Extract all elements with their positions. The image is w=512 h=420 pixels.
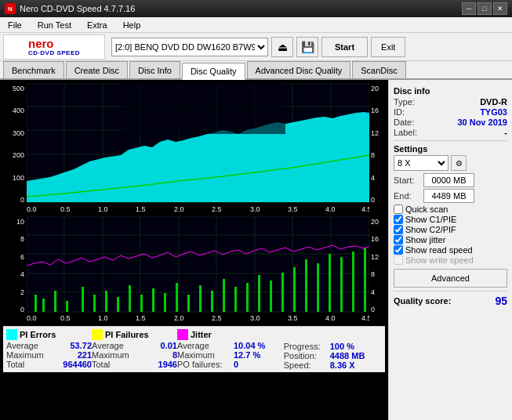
menu-file[interactable]: File — [3, 20, 27, 31]
menu-help[interactable]: Help — [118, 20, 146, 31]
svg-rect-72 — [340, 257, 343, 312]
svg-text:1.5: 1.5 — [136, 205, 146, 213]
menu-extra[interactable]: Extra — [82, 20, 112, 31]
maximize-button[interactable]: □ — [478, 2, 492, 15]
svg-text:4.0: 4.0 — [325, 314, 336, 322]
side-panel: Disc info Type: DVD-R ID: TYG03 Date: 30… — [388, 80, 512, 420]
top-y-right: 20 16 12 8 4 0 — [369, 83, 385, 215]
svg-text:3.0: 3.0 — [250, 205, 260, 213]
top-chart-container: 500 400 300 200 100 0 — [3, 83, 385, 215]
speed-row: 8 X ⚙ — [394, 155, 507, 171]
end-input[interactable] — [423, 189, 474, 203]
divider-2 — [394, 291, 507, 291]
bottom-y-left: 10 8 6 4 2 0 — [3, 216, 27, 324]
advanced-button[interactable]: Advanced — [394, 269, 507, 288]
quick-scan-row: Quick scan — [394, 205, 507, 214]
start-button[interactable]: Start — [321, 37, 368, 57]
svg-rect-69 — [305, 259, 307, 312]
svg-text:2.0: 2.0 — [174, 314, 184, 322]
menu-run-test[interactable]: Run Test — [33, 20, 76, 31]
settings-icon-btn[interactable]: ⚙ — [451, 155, 467, 171]
tab-scandisc[interactable]: ScanDisc — [352, 61, 405, 78]
svg-text:3.0: 3.0 — [250, 314, 260, 322]
charts-area: 500 400 300 200 100 0 — [0, 80, 388, 420]
svg-rect-49 — [66, 301, 68, 312]
jitter-max: 12.7 % — [234, 350, 260, 360]
svg-rect-53 — [117, 297, 119, 312]
speed-select[interactable]: 8 X — [394, 155, 448, 171]
top-chart-svg: 0.0 0.5 1.0 1.5 2.0 2.5 3.0 3.5 4.0 4.5 — [27, 83, 369, 215]
disc-date-row: Date: 30 Nov 2019 — [394, 118, 507, 127]
show-jitter-checkbox[interactable] — [394, 235, 403, 244]
tab-disc-info[interactable]: Disc Info — [129, 61, 180, 78]
progress-values: Progress:100 % Position:4488 MB Speed:8.… — [284, 342, 382, 370]
minimize-button[interactable]: ─ — [462, 2, 476, 15]
logo: nero CD·DVD SPEED — [3, 34, 105, 60]
pi-errors-label: PI Errors — [20, 330, 56, 339]
disc-date-label: Date: — [394, 118, 414, 127]
progress-stat: Progress:100 % Position:4488 MB Speed:8.… — [284, 329, 382, 370]
tab-create-disc[interactable]: Create Disc — [66, 61, 128, 78]
svg-rect-68 — [293, 267, 296, 312]
pi-errors-total: 964460 — [53, 360, 92, 369]
disc-id-value: TYG03 — [480, 107, 507, 117]
bottom-chart-svg: 0.0 0.5 1.0 1.5 2.0 2.5 3.0 3.5 4.0 4.5 — [27, 216, 369, 324]
tab-benchmark[interactable]: Benchmark — [3, 61, 64, 78]
svg-rect-59 — [187, 295, 190, 312]
svg-rect-63 — [234, 287, 237, 312]
start-mb-row: Start: — [394, 173, 507, 187]
show-c1pie-label: Show C1/PIE — [405, 215, 456, 224]
jitter-label: Jitter — [191, 330, 212, 339]
svg-rect-47 — [42, 299, 45, 312]
disc-label-label: Label: — [394, 128, 417, 137]
svg-text:2.0: 2.0 — [174, 205, 184, 213]
svg-text:1.0: 1.0 — [98, 205, 108, 213]
svg-rect-74 — [364, 248, 366, 312]
disc-id-row: ID: TYG03 — [394, 107, 507, 117]
show-c1pie-row: Show C1/PIE — [394, 215, 507, 224]
speed-value: 8.36 X — [330, 360, 355, 370]
tab-advanced-disc-quality[interactable]: Advanced Disc Quality — [247, 61, 351, 78]
svg-rect-52 — [105, 291, 107, 312]
jitter-po: 0 — [234, 360, 238, 369]
bottom-y-right: 20 16 12 8 4 0 — [369, 216, 385, 324]
show-c2pif-checkbox[interactable] — [394, 225, 403, 234]
quick-scan-checkbox[interactable] — [394, 205, 403, 214]
show-jitter-label: Show jitter — [405, 235, 445, 244]
start-input[interactable] — [423, 173, 474, 187]
svg-text:1.0: 1.0 — [98, 314, 108, 322]
pi-failures-label: PI Failures — [105, 330, 149, 339]
svg-text:0.0: 0.0 — [27, 314, 37, 322]
jitter-values: Average10.04 % Maximum12.7 % PO failures… — [177, 341, 284, 369]
svg-rect-73 — [352, 252, 354, 312]
svg-text:4.5: 4.5 — [361, 314, 369, 322]
show-write-speed-row: Show write speed — [394, 255, 507, 265]
show-jitter-row: Show jitter — [394, 235, 507, 244]
tab-disc-quality[interactable]: Disc Quality — [182, 63, 245, 80]
save-icon-btn[interactable]: 💾 — [296, 37, 318, 57]
stats-area: PI Errors Average53.72 Maximum221 Total9… — [3, 326, 385, 372]
svg-rect-64 — [246, 283, 249, 312]
show-c1pie-checkbox[interactable] — [394, 215, 403, 224]
window-controls: ─ □ ✕ — [462, 2, 507, 15]
drive-select[interactable]: [2:0] BENQ DVD DD DW1620 B7W9 — [111, 38, 268, 56]
svg-rect-56 — [152, 288, 154, 312]
pi-errors-avg: 53.72 — [53, 341, 92, 350]
exit-button[interactable]: Exit — [371, 37, 405, 57]
svg-rect-55 — [140, 295, 143, 312]
svg-rect-61 — [211, 291, 213, 312]
close-button[interactable]: ✕ — [493, 2, 507, 15]
show-read-speed-row: Show read speed — [394, 245, 507, 255]
divider-1 — [394, 140, 507, 141]
eject-icon-btn[interactable]: ⏏ — [271, 37, 293, 57]
show-write-speed-label: Show write speed — [405, 255, 474, 265]
show-read-speed-checkbox[interactable] — [394, 245, 403, 255]
bottom-chart: 0.0 0.5 1.0 1.5 2.0 2.5 3.0 3.5 4.0 4.5 — [27, 216, 369, 324]
start-label: Start: — [394, 176, 421, 185]
disc-id-label: ID: — [394, 107, 405, 117]
top-y-left: 500 400 300 200 100 0 — [3, 83, 27, 215]
pi-errors-color — [6, 329, 17, 340]
pi-failures-total: 1946 — [138, 360, 177, 369]
svg-rect-18 — [121, 83, 285, 134]
svg-rect-48 — [54, 291, 56, 312]
